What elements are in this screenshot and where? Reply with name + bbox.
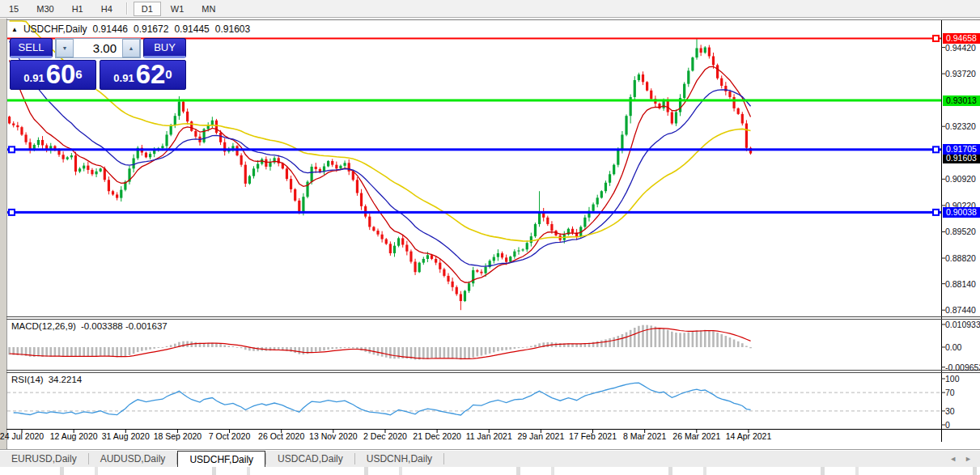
mid-level-badge: 0.93013 bbox=[943, 95, 980, 106]
price-tick-label: 0.92320 bbox=[945, 121, 980, 131]
metatrader-screen: 15M30H1H4D1W1MN ▲ USDCHF,Daily 0.91446 0… bbox=[0, 0, 980, 475]
date-tick-label: 8 Mar 2021 bbox=[623, 431, 666, 441]
chart-tab-bar: EURUSD,DailyAUDUSD,DailyUSDCHF,DailyUSDC… bbox=[0, 449, 980, 468]
macd-name: MACD(12,26,9) bbox=[11, 321, 76, 331]
date-tick-label: 2 Dec 2020 bbox=[363, 431, 407, 441]
buy-price-sup: 0 bbox=[165, 61, 172, 88]
support1-badge: 0.91705 bbox=[943, 144, 980, 155]
date-tick-label: 26 Oct 2020 bbox=[258, 431, 304, 441]
buy-price-big: 62 bbox=[136, 62, 166, 87]
rsi-tick-label: 30 bbox=[945, 406, 980, 416]
tab-usdcad[interactable]: USDCAD,Daily bbox=[266, 450, 354, 468]
support2-badge: 0.90038 bbox=[943, 207, 980, 218]
timeframe-button-w1[interactable]: W1 bbox=[163, 2, 193, 16]
date-tick-label: 11 Jan 2021 bbox=[466, 431, 512, 441]
volume-input[interactable]: 3.00 bbox=[74, 39, 122, 57]
tabs-scroll-left-icon[interactable]: ◄ bbox=[949, 455, 957, 463]
collapse-icon[interactable]: ▲ bbox=[11, 26, 18, 33]
sell-price-box[interactable]: 0.91 60 6 bbox=[10, 60, 96, 90]
price-tick-label: 0.89520 bbox=[945, 227, 980, 236]
status-strip bbox=[0, 467, 980, 475]
date-tick-label: 17 Feb 2021 bbox=[569, 431, 617, 441]
tab-audusd[interactable]: AUDUSD,Daily bbox=[89, 450, 177, 468]
rsi-value: 34.2214 bbox=[49, 375, 83, 384]
price-tick-label: 0.87440 bbox=[945, 305, 980, 315]
date-tick-label: 21 Dec 2020 bbox=[413, 431, 461, 441]
volume-down-icon[interactable]: ▼ bbox=[56, 39, 74, 57]
date-tick-label: 14 Apr 2021 bbox=[726, 431, 772, 441]
rsi-indicator bbox=[7, 383, 941, 415]
timeframe-button-h1[interactable]: H1 bbox=[64, 2, 91, 16]
moving-average-line-9 bbox=[10, 60, 751, 282]
date-tick-label: 18 Sep 2020 bbox=[154, 431, 202, 441]
price-tick-label: 0.90920 bbox=[945, 174, 980, 184]
date-tick-label: 7 Oct 2020 bbox=[209, 431, 250, 441]
volume-up-icon[interactable]: ▲ bbox=[122, 39, 140, 57]
timeframe-button-d1[interactable]: D1 bbox=[134, 2, 161, 16]
ohlc-open: 0.91446 bbox=[93, 23, 128, 35]
toolbar-separator bbox=[126, 2, 128, 15]
timeframe-toolbar: 15M30H1H4D1W1MN bbox=[0, 0, 980, 18]
macd-tick-label: -0.009653 bbox=[945, 363, 980, 372]
chart-header: ▲ USDCHF,Daily 0.91446 0.91672 0.91445 0… bbox=[11, 23, 250, 35]
price-tick-label: 0.93720 bbox=[945, 69, 980, 78]
buy-price-box[interactable]: 0.91 62 0 bbox=[100, 60, 186, 90]
sell-price-sup: 6 bbox=[75, 61, 82, 88]
date-tick-label: 24 Jul 2020 bbox=[0, 431, 44, 441]
tab-usdcnh[interactable]: USDCNH,Daily bbox=[355, 450, 443, 468]
tab-separator bbox=[443, 453, 444, 464]
timeframe-button-15[interactable]: 15 bbox=[1, 2, 27, 16]
buy-button[interactable]: BUY bbox=[143, 38, 186, 58]
chart-symbol-label: USDCHF,Daily bbox=[23, 23, 87, 35]
ohlc-low: 0.91445 bbox=[174, 23, 209, 35]
ohlc-high: 0.91672 bbox=[134, 23, 168, 35]
rsi-tick-label: 0 bbox=[945, 420, 980, 430]
macd-values: -0.003388 -0.001637 bbox=[81, 321, 168, 331]
chart-window: ▲ USDCHF,Daily 0.91446 0.91672 0.91445 0… bbox=[0, 0, 980, 475]
sell-price-big: 60 bbox=[46, 62, 76, 87]
volume-stepper: ▼ 3.00 ▲ bbox=[55, 38, 141, 58]
timeframe-button-h4[interactable]: H4 bbox=[93, 2, 121, 16]
rsi-label: RSI(14) 34.2214 bbox=[11, 375, 82, 384]
date-tick-label: 13 Nov 2020 bbox=[309, 431, 358, 441]
ohlc-close: 0.91603 bbox=[215, 23, 250, 35]
one-click-trade-panel: SELL ▼ 3.00 ▲ BUY 0.91 60 6 0.91 62 0 bbox=[10, 38, 186, 90]
sell-button[interactable]: SELL bbox=[10, 38, 53, 58]
buy-price-frac: 0.91 bbox=[113, 70, 134, 87]
price-tick-label: 0.94420 bbox=[945, 43, 980, 53]
macd-tick-label: 0.010933 bbox=[945, 320, 980, 329]
rsi-name: RSI(14) bbox=[11, 375, 44, 384]
rsi-tick-label: 100 bbox=[945, 374, 980, 384]
tab-usdchf[interactable]: USDCHF,Daily bbox=[177, 451, 265, 468]
resistance-badge: 0.94658 bbox=[943, 33, 980, 44]
timeframe-button-m30[interactable]: M30 bbox=[28, 2, 62, 16]
date-tick-label: 31 Aug 2020 bbox=[102, 431, 150, 441]
date-tick-label: 26 Mar 2021 bbox=[672, 431, 720, 441]
price-tick-label: 0.88820 bbox=[945, 253, 980, 263]
price-tick-label: 0.88140 bbox=[945, 279, 980, 289]
date-tick-label: 29 Jan 2021 bbox=[517, 431, 564, 441]
rsi-tick-label: 70 bbox=[945, 388, 980, 397]
macd-tick-label: 0.00 bbox=[945, 342, 980, 352]
tab-eurusd[interactable]: EURUSD,Daily bbox=[0, 450, 88, 468]
timeframe-button-mn[interactable]: MN bbox=[193, 2, 223, 16]
macd-label: MACD(12,26,9) -0.003388 -0.001637 bbox=[11, 321, 168, 331]
date-tick-label: 12 Aug 2020 bbox=[50, 431, 98, 441]
sell-price-frac: 0.91 bbox=[23, 70, 44, 87]
tabs-scroll-right-icon[interactable]: ► bbox=[965, 455, 972, 463]
